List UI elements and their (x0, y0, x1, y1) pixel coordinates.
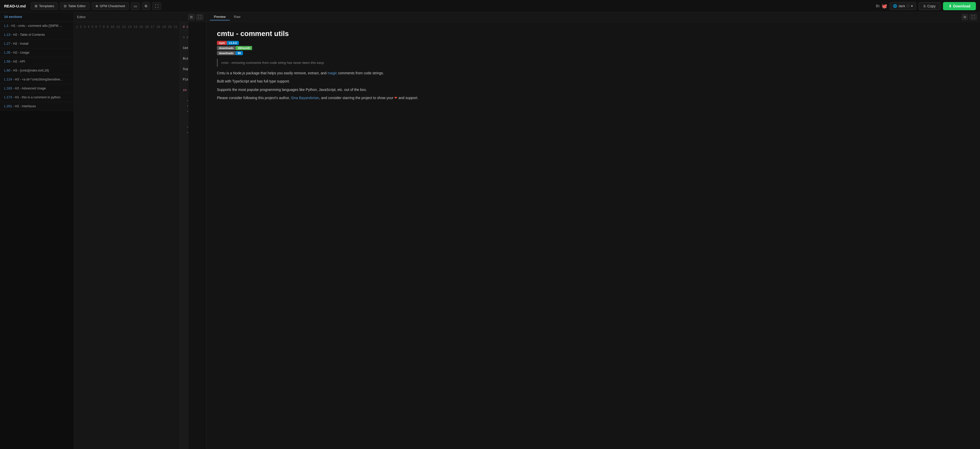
badge-row: npm v1.0.0 downloads 18/month downloads … (217, 41, 970, 55)
sidebar-line-8: L:173 (4, 96, 12, 99)
preview-header: Preview Raw ⧉ ⛶ (207, 12, 980, 22)
editor-fullscreen-btn[interactable]: ⛶ (196, 14, 204, 20)
layout-button-2[interactable]: ⧉ (142, 2, 150, 10)
preview-title: cmtu - comment utils (217, 30, 970, 38)
templates-label: Templates (39, 4, 54, 8)
table-editor-icon: ⊟ (64, 4, 67, 8)
tab-raw-label: Raw (234, 15, 240, 19)
copy-button[interactable]: ⎘ Copy (919, 2, 940, 10)
github-icon[interactable]: 🐙 (881, 3, 887, 9)
theme-label: dark (899, 4, 905, 8)
editor-header: Editor ⧉ ⛶ (74, 12, 207, 22)
editor-title: Editor (77, 15, 86, 19)
sidebar-line-7: L:163 (4, 86, 12, 90)
tab-preview-label: Preview (214, 15, 226, 19)
gfm-label: GFM Cheatsheet (100, 4, 125, 8)
sidebar-label-3: - H2 - Usage (11, 51, 29, 54)
author-link[interactable]: Sina Bayandorian (291, 96, 319, 100)
badge-downloads2-label: downloads (217, 51, 235, 55)
badge-version: v1.0.0 (227, 41, 239, 45)
blockquote-text: cmtu - removing comments from code strin… (221, 61, 325, 65)
download-label: Download (953, 4, 970, 8)
templates-button[interactable]: ⊞ Templates (31, 2, 58, 10)
sidebar-item-9[interactable]: L:201 - H2 - Interfaces (0, 102, 74, 111)
sidebar-label-5: - H3 - [cmtu](index.ts#L18) (11, 69, 49, 72)
tab-preview[interactable]: Preview (210, 14, 230, 21)
layout-button-1[interactable]: ▭ (131, 2, 140, 10)
content-area: 14 sections L:1 - H1 - cmtu - comment ut… (0, 12, 980, 449)
sidebar-item-8[interactable]: L:173 - H1 - this is a comment in python (0, 93, 74, 102)
sidebar-item-3[interactable]: L:35 - H2 - Usage (0, 48, 74, 57)
line-numbers: 1 2 3 4 5 6 7 8 9 10 11 12 13 14 15 16 1… (74, 22, 180, 449)
editor-panel: Editor ⧉ ⛶ 1 2 3 4 5 6 7 8 9 10 11 12 13… (74, 12, 207, 449)
info-icon: ⓘ (907, 4, 910, 8)
sidebar-line-4: L:58 (4, 60, 10, 63)
sidebar-label-6: - H3 - <a id="cmtuStringSensitive... (13, 78, 63, 81)
sidebar-line-3: L:35 (4, 51, 10, 54)
sidebar-item-5[interactable]: L:60 - H3 - [cmtu](index.ts#L18) (0, 66, 74, 75)
topbar-right: in 🐙 🌐 dark ⓘ ▾ ⎘ Copy ⬇ Download (876, 2, 976, 10)
preview-fullscreen-btn[interactable]: ⛶ (969, 14, 977, 20)
copy-icon: ⎘ (924, 4, 926, 8)
linkedin-icon[interactable]: in (876, 3, 880, 9)
magic-link[interactable]: magic (328, 71, 337, 75)
preview-body: cmtu - comment utils npm v1.0.0 download… (207, 22, 980, 449)
code-area[interactable]: # cmtu - comment utils [![NPM version](h… (180, 22, 188, 449)
table-editor-label: Table Editor (68, 4, 86, 8)
copy-label: Copy (927, 4, 935, 8)
layout-icon-2: ⧉ (145, 4, 147, 8)
topbar-social: in 🐙 (876, 3, 887, 9)
sidebar-label-9: - H2 - Interfaces (13, 104, 36, 108)
sidebar-label-4: - H2 - API (11, 60, 25, 63)
layout-button-3[interactable]: ⛶ (152, 2, 161, 10)
topbar-left: READ-U.md ⊞ Templates ⊟ Table Editor ⊕ G… (4, 2, 161, 10)
sidebar: L:1 - H1 - cmtu - comment utils [![NPM .… (0, 21, 74, 111)
minimap (188, 22, 207, 449)
editor-body: 1 2 3 4 5 6 7 8 9 10 11 12 13 14 15 16 1… (74, 22, 207, 449)
preview-blockquote: cmtu - removing comments from code strin… (217, 59, 970, 67)
sidebar-line-0: L:1 (4, 24, 8, 27)
sidebar-label-0: - H1 - cmtu - comment utils [![NPM ... (10, 24, 62, 27)
sidebar-line-9: L:201 (4, 104, 12, 108)
preview-panel: Preview Raw ⧉ ⛶ cmtu - comment utils npm (207, 12, 980, 449)
sidebar-line-5: L:60 (4, 69, 10, 72)
sections-count: 14 sections (4, 15, 22, 19)
sidebar-item-6[interactable]: L:114 - H3 - <a id="cmtuStringSensitive.… (0, 75, 74, 84)
preview-para-2: Supports the most popular programming la… (217, 87, 970, 93)
table-editor-button[interactable]: ⊟ Table Editor (60, 2, 89, 10)
badge-group-downloads-monthly: downloads 18/month (217, 46, 970, 50)
left-panel: 14 sections L:1 - H1 - cmtu - comment ut… (0, 12, 74, 449)
sidebar-item-0[interactable]: L:1 - H1 - cmtu - comment utils [![NPM .… (0, 21, 74, 30)
sidebar-line-1: L:13 (4, 33, 10, 37)
templates-icon: ⊞ (35, 4, 38, 8)
badge-count: 89 (235, 51, 243, 55)
preview-para-3: Please consider following this project's… (217, 95, 970, 101)
topbar: READ-U.md ⊞ Templates ⊟ Table Editor ⊕ G… (0, 0, 980, 12)
sidebar-label-8: - H1 - this is a comment in python (13, 96, 60, 99)
download-button[interactable]: ⬇ Download (943, 2, 976, 10)
theme-globe-icon: 🌐 (893, 4, 897, 8)
preview-para-1: Built with TypeScript and has full type … (217, 78, 970, 84)
theme-selector[interactable]: 🌐 dark ⓘ ▾ (890, 2, 916, 10)
editor-split-btn[interactable]: ⧉ (188, 14, 194, 20)
preview-actions: ⧉ ⛶ (962, 14, 977, 20)
badge-npm: npm (217, 41, 227, 45)
sidebar-item-4[interactable]: L:58 - H2 - API (0, 57, 74, 66)
badge-downloads-label: downloads (217, 46, 235, 50)
preview-tabs: Preview Raw (210, 14, 245, 21)
sidebar-item-1[interactable]: L:13 - H2 - Table of Contents (0, 30, 74, 39)
badge-group-npm: npm v1.0.0 (217, 41, 970, 45)
sections-header: 14 sections (0, 12, 74, 21)
download-icon: ⬇ (948, 4, 952, 8)
heart-icon: ❤ (394, 96, 397, 100)
gfm-cheatsheet-button[interactable]: ⊕ GFM Cheatsheet (92, 2, 129, 10)
sidebar-item-2[interactable]: L:27 - H2 - Install (0, 39, 74, 48)
preview-split-btn[interactable]: ⧉ (962, 14, 968, 20)
layout-icon-3: ⛶ (155, 4, 159, 8)
minimap-visual (188, 22, 207, 449)
editor-actions: ⧉ ⛶ (188, 14, 204, 20)
sidebar-item-7[interactable]: L:163 - H2 - Advanced Usage (0, 84, 74, 93)
tab-raw[interactable]: Raw (230, 14, 245, 21)
chevron-down-icon: ▾ (911, 4, 913, 8)
badge-group-downloads-count: downloads 89 (217, 51, 970, 55)
